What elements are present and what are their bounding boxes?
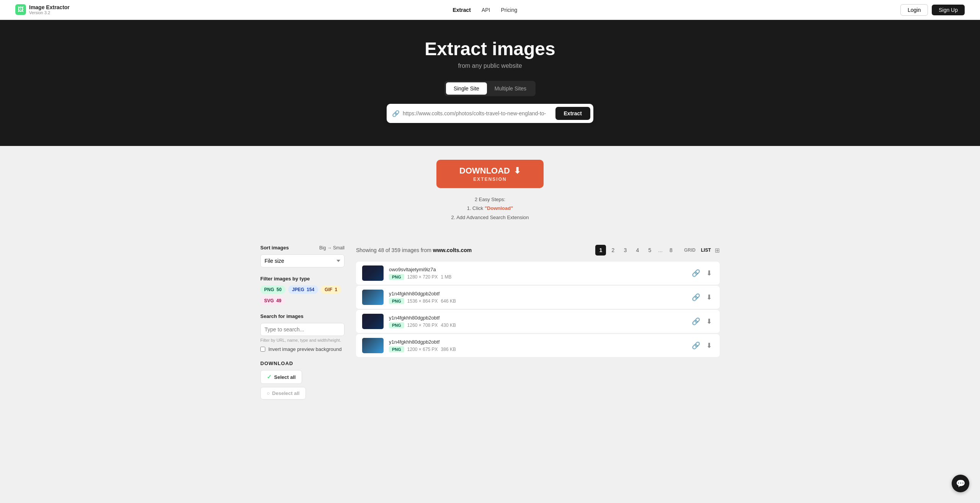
- chip-gif[interactable]: GIF 1: [321, 285, 341, 294]
- image-dims: 1200 × 675 PX: [407, 347, 438, 352]
- download-sub-label: EXTENSION: [473, 177, 506, 182]
- view-toggle: GRID LIST ⊞: [683, 247, 720, 254]
- link-icon: 🔗: [392, 110, 400, 117]
- sidebar: Sort images Big → Small File size Dimens…: [260, 245, 345, 408]
- sort-section: Sort images Big → Small File size Dimens…: [260, 245, 345, 267]
- image-name: y1n4fgkhh80dgpb2obtf: [389, 291, 685, 297]
- image-dims: 1280 × 720 PX: [407, 274, 438, 280]
- page-5[interactable]: 5: [644, 245, 655, 256]
- filter-section: Filter images by type PNG 50 JPEG 154 GI…: [260, 276, 345, 305]
- image-info: owo9svltajetymi9iz7a PNG 1280 × 720 PX 1…: [389, 267, 685, 280]
- chip-jpeg[interactable]: JPEG 154: [288, 285, 318, 294]
- image-size: 646 KB: [441, 298, 456, 304]
- download-label: DOWNLOAD ⬇: [459, 166, 521, 176]
- image-actions: 🔗 ⬇: [690, 292, 714, 303]
- search-section: Search for images Filter by URL, name, t…: [260, 313, 345, 352]
- search-title: Search for images: [260, 313, 304, 319]
- nav-links: Extract API Pricing: [452, 7, 517, 13]
- circle-icon: ○: [267, 390, 270, 396]
- image-list: owo9svltajetymi9iz7a PNG 1280 × 720 PX 1…: [356, 262, 720, 357]
- download-extension-button[interactable]: DOWNLOAD ⬇ EXTENSION: [436, 160, 544, 188]
- url-input[interactable]: [403, 110, 552, 116]
- copy-link-button[interactable]: 🔗: [690, 316, 702, 327]
- grid-view-button[interactable]: GRID: [683, 247, 697, 254]
- download-image-button[interactable]: ⬇: [705, 292, 714, 303]
- download-section: DOWNLOAD ⬇ EXTENSION 2 Easy Steps: 1. Cl…: [0, 146, 980, 233]
- site-tabs: Single Site Multiple Sites: [444, 81, 536, 96]
- page-4[interactable]: 4: [632, 245, 643, 256]
- nav-api[interactable]: API: [482, 7, 490, 13]
- main-content: Sort images Big → Small File size Dimens…: [253, 233, 727, 419]
- invert-checkbox[interactable]: [260, 347, 265, 352]
- image-name: y1n4fgkhh80dgpb2obtf: [389, 339, 685, 345]
- page-8[interactable]: 8: [666, 245, 676, 256]
- deselect-all-button[interactable]: ○ Deselect all: [260, 387, 306, 400]
- image-search-input[interactable]: [260, 323, 345, 336]
- extract-button[interactable]: Extract: [555, 107, 590, 120]
- page-3[interactable]: 3: [620, 245, 630, 256]
- image-size: 430 KB: [441, 323, 456, 328]
- image-info: y1n4fgkhh80dgpb2obtf PNG 1536 × 864 PX 6…: [389, 291, 685, 304]
- image-type-badge: PNG: [389, 322, 404, 328]
- image-dims: 1536 × 864 PX: [407, 298, 438, 304]
- invert-label: Invert image preview background: [268, 346, 342, 352]
- hero-title: Extract images: [8, 38, 972, 59]
- nav-extract[interactable]: Extract: [452, 7, 470, 13]
- select-buttons: ✓ Select all ○ Deselect all: [260, 370, 345, 400]
- check-icon: ✓: [267, 374, 272, 380]
- navbar-logo: 🖼 Image Extractor Version 3.2: [15, 4, 70, 16]
- extract-bar: 🔗 Extract: [387, 104, 593, 123]
- image-type-badge: PNG: [389, 274, 404, 280]
- image-row: owo9svltajetymi9iz7a PNG 1280 × 720 PX 1…: [356, 262, 720, 285]
- list-view-button[interactable]: LIST: [699, 247, 712, 254]
- brand-name: Image Extractor: [29, 4, 70, 11]
- image-name: y1n4fgkhh80dgpb2obtf: [389, 315, 685, 321]
- chip-png[interactable]: PNG 50: [260, 285, 286, 294]
- copy-link-button[interactable]: 🔗: [690, 267, 702, 279]
- image-row: y1n4fgkhh80dgpb2obtf PNG 1200 × 675 PX 3…: [356, 334, 720, 357]
- page-2[interactable]: 2: [608, 245, 618, 256]
- image-type-badge: PNG: [389, 298, 404, 304]
- results-header: Showing 48 of 359 images from www.colts.…: [356, 245, 720, 256]
- step2: 2. Add Advanced Search Extension: [8, 213, 972, 222]
- image-size: 386 KB: [441, 347, 456, 352]
- select-all-button[interactable]: ✓ Select all: [260, 370, 302, 384]
- copy-link-button[interactable]: 🔗: [690, 340, 702, 351]
- login-button[interactable]: Login: [900, 4, 928, 16]
- download-header: DOWNLOAD: [260, 360, 345, 366]
- page-dots: ...: [657, 247, 664, 253]
- tab-single-site[interactable]: Single Site: [446, 82, 487, 95]
- filter-title: Filter images by type: [260, 276, 310, 282]
- step1: 1. Click "Download": [8, 204, 972, 213]
- image-thumbnail: [362, 314, 384, 329]
- nav-pricing[interactable]: Pricing: [501, 7, 518, 13]
- steps-section: 2 Easy Steps: 1. Click "Download" 2. Add…: [8, 195, 972, 222]
- sort-select[interactable]: File size Dimensions Name: [260, 254, 345, 267]
- image-thumbnail: [362, 290, 384, 305]
- page-1[interactable]: 1: [595, 245, 606, 256]
- hero-subtitle: from any public website: [8, 62, 972, 69]
- brand-version: Version 3.2: [29, 10, 70, 15]
- results-info: Showing 48 of 359 images from www.colts.…: [356, 247, 472, 253]
- image-size: 1 MB: [441, 274, 452, 280]
- download-image-button[interactable]: ⬇: [705, 267, 714, 279]
- copy-link-button[interactable]: 🔗: [690, 292, 702, 303]
- download-image-button[interactable]: ⬇: [705, 340, 714, 351]
- search-hint: Filter by URL, name, type and width/heig…: [260, 338, 345, 342]
- download-sidebar-section: DOWNLOAD ✓ Select all ○ Deselect all: [260, 360, 345, 400]
- results-panel: Showing 48 of 359 images from www.colts.…: [356, 245, 720, 408]
- download-image-button[interactable]: ⬇: [705, 316, 714, 327]
- image-actions: 🔗 ⬇: [690, 267, 714, 279]
- chip-svg[interactable]: SVG 49: [260, 297, 285, 305]
- tab-multiple-sites[interactable]: Multiple Sites: [487, 82, 534, 95]
- image-thumbnail: [362, 338, 384, 353]
- sort-arrow: Big → Small: [319, 245, 345, 251]
- image-info: y1n4fgkhh80dgpb2obtf PNG 1260 × 708 PX 4…: [389, 315, 685, 328]
- image-dims: 1260 × 708 PX: [407, 323, 438, 328]
- download-link[interactable]: "Download": [485, 205, 513, 211]
- signup-button[interactable]: Sign Up: [932, 5, 965, 15]
- hero-section: Extract images from any public website S…: [0, 20, 980, 146]
- image-name: owo9svltajetymi9iz7a: [389, 267, 685, 272]
- image-actions: 🔗 ⬇: [690, 316, 714, 327]
- pagination: 1 2 3 4 5 ... 8: [595, 245, 676, 256]
